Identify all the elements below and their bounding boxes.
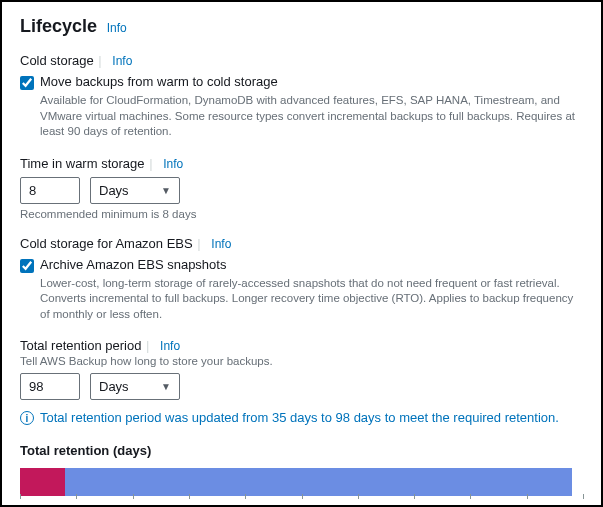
chart-title: Total retention (days)	[20, 443, 583, 458]
retention-unit-value: Days	[99, 379, 129, 394]
time-warm-hint: Recommended minimum is 8 days	[20, 208, 583, 220]
caret-down-icon: ▼	[161, 381, 171, 392]
archive-ebs-label: Archive Amazon EBS snapshots	[40, 257, 226, 272]
lifecycle-header: Lifecycle Info	[20, 16, 583, 37]
page-title: Lifecycle	[20, 16, 97, 36]
retention-notice: i Total retention period was updated fro…	[20, 410, 583, 425]
retention-label: Total retention period	[20, 338, 141, 353]
info-icon: i	[20, 411, 34, 425]
cold-storage-label: Cold storage	[20, 53, 94, 68]
notice-text: Total retention period was updated from …	[40, 410, 559, 425]
ebs-label: Cold storage for Amazon EBS	[20, 236, 193, 251]
time-warm-unit-value: Days	[99, 183, 129, 198]
retention-unit-select[interactable]: Days ▼	[90, 373, 180, 400]
retention-input[interactable]	[20, 373, 80, 400]
divider: |	[149, 156, 152, 171]
move-to-cold-checkbox[interactable]	[20, 76, 34, 90]
time-warm-input[interactable]	[20, 177, 80, 204]
divider: |	[98, 53, 101, 68]
archive-ebs-checkbox[interactable]	[20, 259, 34, 273]
bar-warm-storage	[20, 468, 65, 496]
info-link-ebs[interactable]: Info	[211, 237, 231, 251]
caret-down-icon: ▼	[161, 185, 171, 196]
divider: |	[197, 236, 200, 251]
time-warm-label: Time in warm storage	[20, 156, 145, 171]
time-warm-unit-select[interactable]: Days ▼	[90, 177, 180, 204]
info-link-lifecycle[interactable]: Info	[107, 21, 127, 35]
info-link-retention[interactable]: Info	[160, 339, 180, 353]
info-link-time-warm[interactable]: Info	[163, 157, 183, 171]
info-link-cold-storage[interactable]: Info	[112, 54, 132, 68]
cold-storage-desc: Available for CloudFormation, DynamoDB w…	[40, 93, 583, 140]
retention-sub: Tell AWS Backup how long to store your b…	[20, 355, 583, 367]
move-to-cold-label: Move backups from warm to cold storage	[40, 74, 278, 89]
bar-cold-storage	[65, 468, 572, 496]
divider: |	[146, 338, 149, 353]
ebs-desc: Lower-cost, long-term storage of rarely-…	[40, 276, 583, 323]
retention-chart: Total retention (days) 01020304050607080…	[20, 443, 583, 507]
